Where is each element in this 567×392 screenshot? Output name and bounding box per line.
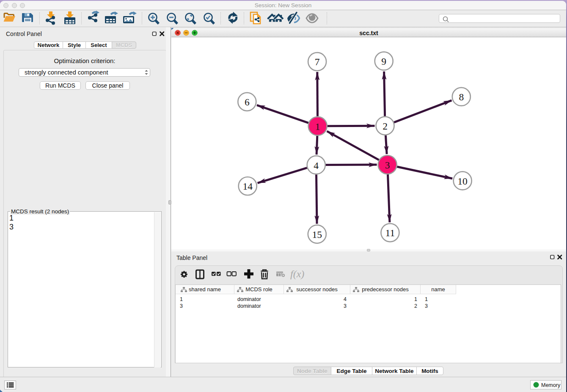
svg-text:3: 3 xyxy=(385,160,390,171)
svg-text:f(x): f(x) xyxy=(290,268,304,279)
svg-text:6: 6 xyxy=(245,97,250,108)
svg-text:7: 7 xyxy=(315,56,320,67)
svg-text:Memory: Memory xyxy=(541,382,561,388)
svg-text:2: 2 xyxy=(383,121,388,132)
svg-text:10: 10 xyxy=(457,176,468,187)
svg-text:14: 14 xyxy=(242,181,253,192)
svg-text:11: 11 xyxy=(385,227,395,238)
svg-text:15: 15 xyxy=(312,229,322,240)
svg-text:8: 8 xyxy=(459,91,464,102)
svg-text:1: 1 xyxy=(315,121,320,132)
svg-text:9: 9 xyxy=(381,56,386,67)
svg-text:4: 4 xyxy=(314,160,319,171)
